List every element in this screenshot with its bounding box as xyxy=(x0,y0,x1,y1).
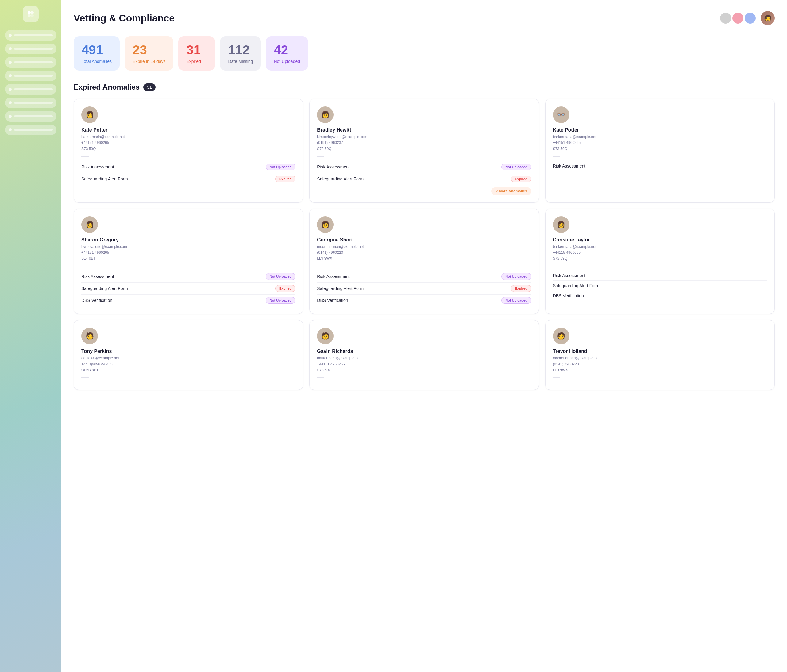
person-avatar: 👩 xyxy=(317,106,333,123)
stat-card-total[interactable]: 491 Total Anomalies xyxy=(74,36,120,71)
stat-number-notUploaded: 42 xyxy=(274,43,300,57)
doc-row: DBS Verification xyxy=(553,291,767,301)
person-email: kimberleywood@example.com xyxy=(317,134,531,140)
doc-row: Safeguarding Alert Form Expired xyxy=(317,283,531,294)
person-name: Bradley Hewitt xyxy=(317,127,531,133)
person-address: S73 59Q xyxy=(553,256,767,261)
stat-card-dateMissing[interactable]: 112 Date Missing xyxy=(220,36,261,71)
tag-not-uploaded: Not Uploaded xyxy=(501,273,531,280)
sidebar xyxy=(0,0,62,672)
person-card-card4: 👩 Sharon Gregory byrnevalerie@example.co… xyxy=(74,209,303,314)
doc-name: Risk Assessment xyxy=(553,164,586,168)
sidebar-item-5[interactable] xyxy=(5,84,57,95)
app-logo[interactable] xyxy=(23,6,39,22)
stat-card-notUploaded[interactable]: 42 Not Uploaded xyxy=(266,36,308,71)
section-badge: 31 xyxy=(143,84,156,91)
person-email: moorenorman@example.net xyxy=(553,355,767,361)
divider xyxy=(81,378,88,378)
person-avatar: 👓 xyxy=(553,106,569,123)
doc-name: Safeguarding Alert Form xyxy=(317,176,363,181)
person-card-card5: 👩 Georgina Short moorenorman@example.net… xyxy=(309,209,539,314)
doc-name: Safeguarding Alert Form xyxy=(553,283,599,288)
tag-expired: Expired xyxy=(275,285,296,292)
doc-row: Risk Assessment Not Uploaded xyxy=(81,270,296,283)
person-card-card2: 👩 Bradley Hewitt kimberleywood@example.c… xyxy=(309,99,539,202)
doc-name: Risk Assessment xyxy=(317,274,350,279)
person-email: barkermaria@example.net xyxy=(553,134,767,140)
page-title: Vetting & Compliance xyxy=(74,13,175,24)
stat-label-total: Total Anomalies xyxy=(82,59,112,64)
sidebar-item-4[interactable] xyxy=(5,71,57,81)
stat-number-dateMissing: 112 xyxy=(228,43,253,57)
person-card-card1: 👩 Kate Potter barkermaria@example.net +4… xyxy=(74,99,303,202)
stat-label-expire14: Expire in 14 days xyxy=(133,59,165,64)
doc-name: Risk Assessment xyxy=(553,273,586,278)
avatar-group xyxy=(720,13,756,24)
svg-point-2 xyxy=(28,14,31,17)
sidebar-item-2[interactable] xyxy=(5,44,57,54)
person-avatar: 👩 xyxy=(317,216,333,233)
sidebar-item-7[interactable] xyxy=(5,111,57,122)
stat-label-notUploaded: Not Uploaded xyxy=(274,59,300,64)
person-address: S14 0BT xyxy=(81,256,296,261)
doc-row: Safeguarding Alert Form Expired xyxy=(81,173,296,185)
sidebar-item-1[interactable] xyxy=(5,30,57,41)
doc-row: DBS Verification Not Uploaded xyxy=(81,294,296,306)
current-user-avatar[interactable]: 🧑 xyxy=(761,11,775,25)
person-phone: (0141) 4960220 xyxy=(317,250,531,256)
main-content: Vetting & Compliance 🧑 491 Total Anomali… xyxy=(62,0,787,672)
person-address: LL9 9WX xyxy=(317,256,531,261)
more-anomalies-button[interactable]: 2 More Anomalies xyxy=(491,188,531,195)
divider xyxy=(553,378,560,378)
doc-row: Safeguarding Alert Form Expired xyxy=(81,283,296,294)
stat-label-dateMissing: Date Missing xyxy=(228,59,253,64)
doc-name: DBS Verification xyxy=(553,293,584,298)
doc-row: Safeguarding Alert Form xyxy=(553,281,767,291)
doc-name: Risk Assessment xyxy=(317,164,350,169)
tag-not-uploaded: Not Uploaded xyxy=(266,273,296,280)
divider xyxy=(317,156,324,157)
person-card-card6: 👩 Christine Taylor barkermaria@example.n… xyxy=(545,209,775,314)
person-email: moorenorman@example.net xyxy=(317,244,531,250)
tag-not-uploaded: Not Uploaded xyxy=(501,164,531,170)
person-email: byrnevalerie@example.com xyxy=(81,244,296,250)
person-address: S73 59Q xyxy=(81,146,296,152)
tag-not-uploaded: Not Uploaded xyxy=(266,164,296,170)
person-address: S73 59Q xyxy=(317,146,531,152)
avatar-1 xyxy=(720,13,731,24)
svg-point-0 xyxy=(28,11,31,14)
divider xyxy=(81,156,88,157)
sidebar-item-8[interactable] xyxy=(5,125,57,135)
stat-number-total: 491 xyxy=(82,43,112,57)
header-right: 🧑 xyxy=(720,11,775,25)
stat-card-expired[interactable]: 31 Expired xyxy=(178,36,215,71)
tag-expired: Expired xyxy=(511,176,531,182)
doc-row: Safeguarding Alert Form Expired xyxy=(317,173,531,185)
avatar-2 xyxy=(732,13,743,24)
person-phone: (0141) 4960220 xyxy=(553,362,767,367)
doc-name: DBS Verification xyxy=(317,298,348,303)
doc-name: Safeguarding Alert Form xyxy=(81,286,128,291)
svg-point-1 xyxy=(31,11,34,14)
person-email: barkermaria@example.net xyxy=(81,134,296,140)
more-anomalies: 2 More Anomalies xyxy=(317,188,531,195)
divider xyxy=(553,156,560,157)
section-header: Expired Anomalies 31 xyxy=(74,83,775,92)
person-avatar: 🧑 xyxy=(317,328,333,344)
person-name: Kate Potter xyxy=(81,127,296,133)
person-name: Tony Perkins xyxy=(81,349,296,354)
person-card-card9: 🧑 Trevor Holland moorenorman@example.net… xyxy=(545,320,775,390)
divider xyxy=(317,378,324,378)
sidebar-item-6[interactable] xyxy=(5,98,57,108)
person-phone: +44115 4960665 xyxy=(553,250,767,256)
person-phone: +44151 4960265 xyxy=(81,250,296,256)
stat-card-expire14[interactable]: 23 Expire in 14 days xyxy=(125,36,173,71)
person-name: Georgina Short xyxy=(317,237,531,243)
doc-row: Risk Assessment xyxy=(553,270,767,281)
person-name: Sharon Gregory xyxy=(81,237,296,243)
person-name: Kate Potter xyxy=(553,127,767,133)
person-card-card3: 👓 Kate Potter barkermaria@example.net +4… xyxy=(545,99,775,202)
sidebar-item-3[interactable] xyxy=(5,57,57,68)
person-avatar: 👩 xyxy=(81,106,98,123)
divider xyxy=(553,266,560,266)
